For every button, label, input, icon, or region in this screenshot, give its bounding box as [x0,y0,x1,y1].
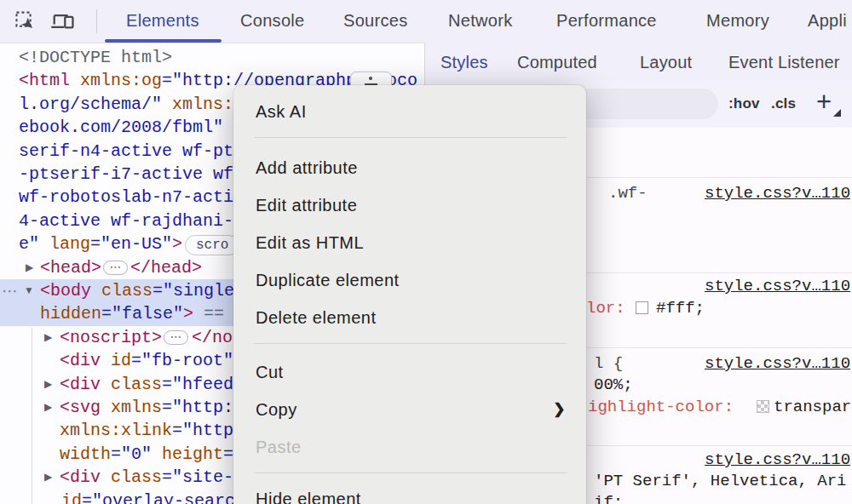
code-attr: xmlns: [162,94,233,114]
new-style-rule-button[interactable]: + [816,87,832,117]
tab-styles[interactable]: Styles [440,53,488,72]
code-tag: <body [40,281,91,301]
menu-item-paste[interactable]: Paste [233,428,586,466]
submenu-arrow-icon: ❯ [553,391,566,428]
scroll-badge[interactable]: scro [185,235,239,255]
code-value: ="false" [101,304,183,324]
dom-line-html-end[interactable]: e" lang="en-US"> [19,232,182,255]
dom-line-noscript[interactable]: <noscript></no [60,326,162,349]
toolbar-divider [96,9,97,33]
dom-line-doctype[interactable]: <!DOCTYPE html> [19,46,172,69]
code-text: <!DOCTYPE html> [19,48,172,67]
css-property-name[interactable]: lor: [586,298,625,319]
tab-elements[interactable]: Elements [126,11,199,31]
menu-item-edit-as-html[interactable]: Edit as HTML [233,224,586,261]
stylesheet-source-link[interactable]: style.css?v…110 [705,276,850,297]
inspect-element-icon[interactable] [14,9,39,33]
dom-line-svg[interactable]: <svg xmlns="http: [60,396,233,419]
dom-line-fb-root[interactable]: <div id="fb-root" [60,349,233,372]
menu-item-cut[interactable]: Cut [233,353,586,391]
device-toolbar-icon[interactable] [49,9,75,33]
stylesheet-source-link[interactable]: style.css?v…110 [705,183,850,204]
tab-layout[interactable]: Layout [640,53,692,72]
disclosure-arrow-body[interactable]: ▼ [24,279,37,302]
menu-item-delete-element[interactable]: Delete element [233,299,586,336]
dom-line-overlay-search[interactable]: id="overlay-searc [61,490,235,504]
source-link-text[interactable]: style.css?v…110 [705,277,850,295]
disclosure-arrow-hfeed[interactable]: ▶ [44,373,58,396]
source-link-text[interactable]: style.css?v…110 [705,354,850,373]
dom-line-site[interactable]: <div class="site- [60,466,233,489]
code-value: serif-n4-active wf-pt [19,141,233,161]
css-property-value[interactable]: 00%; [594,375,633,396]
color-swatch-transparent[interactable] [757,400,769,413]
dom-line-wrap[interactable]: 4-active wf-rajdhani- [19,209,233,232]
devtools-window: Elements Console Sources Network Perform… [0,0,852,504]
menu-item-hide-element[interactable]: Hide element [233,480,586,504]
code-value: ="hfeed [162,375,233,394]
css-property-value[interactable]: if; [594,492,623,504]
dom-line-svg-attrs[interactable]: xmlns:xlink="http [60,419,233,442]
stylesheet-source-link[interactable]: style.css?v…110 [705,353,850,375]
css-property-value[interactable]: 'PT Serif', Helvetica, Ari [594,471,846,492]
css-property-value[interactable]: #fff; [656,298,705,319]
tab-console[interactable]: Console [240,11,304,31]
tab-memory[interactable]: Memory [706,11,769,31]
dom-line-wrap[interactable]: ebook.com/2008/fbml" [19,116,223,139]
code-attr: height [152,444,223,464]
tab-event-listeners[interactable]: Event Listener [728,53,840,72]
code-value: ="0" [111,444,152,464]
code-value: ="en-US" [90,234,172,254]
menu-item-add-attribute[interactable]: Add attribute [233,149,586,186]
css-selector[interactable]: l { [594,353,623,375]
color-swatch-white[interactable] [636,301,648,314]
css-selector[interactable]: .wf- [608,183,648,204]
tab-network[interactable]: Network [448,11,512,31]
code-attr: id [61,491,82,504]
disclosure-arrow-noscript[interactable]: ▶ [44,326,58,349]
source-link-text[interactable]: style.css?v…110 [705,450,850,469]
tab-application[interactable]: Appli [808,11,847,31]
dom-line-svg-attrs[interactable]: width="0" height= [60,443,233,466]
css-property-name[interactable]: ighlight-color: [588,397,734,418]
disclosure-arrow-svg[interactable]: ▶ [44,396,58,419]
code-value: ="http [172,421,233,440]
tab-performance[interactable]: Performance [556,11,657,31]
dom-line-body-attrs[interactable]: hidden="false"> == [40,302,234,325]
code-attr: class [101,467,162,487]
menu-item-ask-ai[interactable]: Ask AI [233,93,586,130]
code-attr: xmlns:og [70,71,162,90]
code-value: ="single [153,281,234,301]
expand-inline-button[interactable]: ⋯ [164,330,188,345]
code-attr: xmlns:xlink [60,421,172,440]
pseudo-state-button[interactable]: :hov [728,95,760,112]
new-style-rule-dropdown-icon[interactable] [833,109,841,117]
tab-sources[interactable]: Sources [343,11,407,31]
code-tag: > [172,234,182,254]
dom-line-head[interactable]: <head></head> [40,256,101,279]
code-tag: <noscript> [60,328,162,347]
code-tag: <html [19,71,70,90]
menu-item-duplicate-element[interactable]: Duplicate element [233,261,586,299]
source-link-text[interactable]: style.css?v…110 [705,184,850,203]
dom-line-hfeed[interactable]: <div class="hfeed [60,373,233,396]
dom-line-wrap[interactable]: serif-n4-active wf-pt [19,140,233,163]
expand-inline-button[interactable]: ⋯ [103,261,128,275]
css-property-value[interactable]: transpar [774,397,851,418]
code-tag: <head> [40,258,101,278]
dom-line-wrap[interactable]: l.org/schema/" xmlns: [19,93,233,116]
code-tag: > [183,304,193,324]
stylesheet-source-link[interactable]: style.css?v…110 [705,450,850,471]
dom-line-wrap[interactable]: wf-robotoslab-n7-acti [19,186,233,209]
code-value: ="http: [162,398,233,417]
element-classes-button[interactable]: .cls [771,95,796,112]
dom-line-wrap[interactable]: -ptserif-i7-active wf [19,163,233,186]
node-hover-menu-icon[interactable]: ⋯ [2,279,18,302]
disclosure-arrow-head[interactable]: ▶ [26,256,39,279]
dom-line-body-selected[interactable]: <body class="single [40,279,234,302]
menu-item-copy[interactable]: Copy❯ [233,391,586,428]
code-attr: hidden [40,304,101,324]
tab-computed[interactable]: Computed [517,53,597,72]
menu-item-edit-attribute[interactable]: Edit attribute [233,186,586,224]
disclosure-arrow-site[interactable]: ▶ [44,466,58,489]
